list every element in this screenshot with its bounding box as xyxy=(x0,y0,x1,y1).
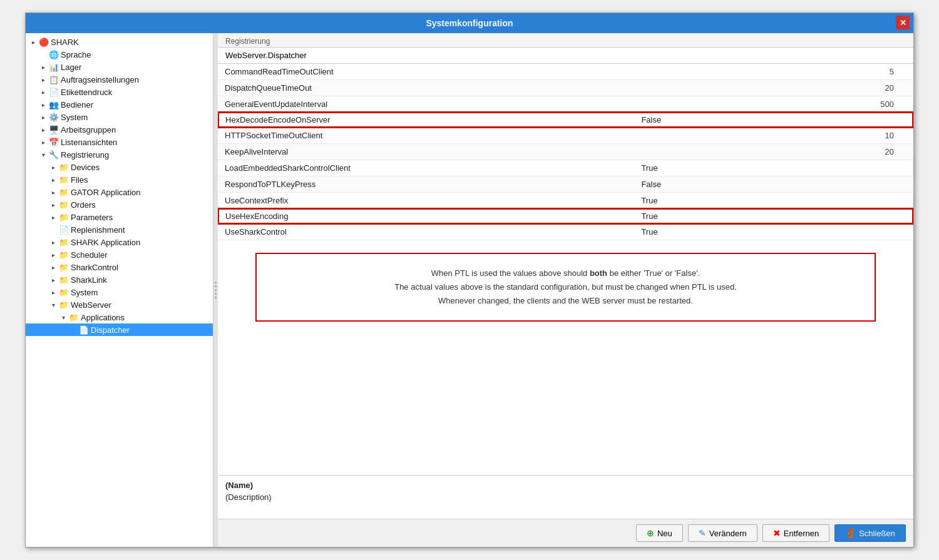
toggle-webserver[interactable]: ▾ xyxy=(48,300,58,310)
icon-etikettendruck: 📄 xyxy=(48,87,59,97)
label-scheduler: Scheduler xyxy=(71,250,213,260)
icon-sprache: 🌐 xyxy=(48,49,59,59)
info-line1: When PTL is used the values above should… xyxy=(275,267,856,280)
sidebar-item-devices[interactable]: ▸📁Devices xyxy=(26,161,213,173)
table-row[interactable]: LoadEmbeddedSharkControlClientTrue xyxy=(218,160,913,176)
toggle-registrierung[interactable]: ▾ xyxy=(38,150,48,160)
label-registrierung: Registrierung xyxy=(61,150,213,160)
toggle-parameters[interactable]: ▸ xyxy=(48,212,58,222)
table-row[interactable]: RespondToPTLKeyPressFalse xyxy=(218,176,913,193)
sidebar-item-auftragseinstellungen[interactable]: ▸📋Auftragseinstellungen xyxy=(26,73,213,86)
sidebar-item-lager[interactable]: ▸📊Lager xyxy=(26,61,213,73)
sidebar-item-etikettendruck[interactable]: ▸📄Etikettendruck xyxy=(26,86,213,98)
icon-auftragseinstellungen: 📋 xyxy=(48,74,59,84)
label-listenansichten: Listenansichten xyxy=(61,138,213,147)
edit-icon: ✎ xyxy=(699,528,706,538)
prop-numval-4: 10 xyxy=(762,127,913,144)
sidebar-item-shark-application[interactable]: ▸📁SHARK Application xyxy=(26,236,213,248)
toggle-devices[interactable]: ▸ xyxy=(48,162,58,172)
sidebar-item-webserver[interactable]: ▾📁WebServer xyxy=(26,298,213,311)
toggle-etikettendruck[interactable]: ▸ xyxy=(38,87,48,97)
main-window: Systemkonfiguration ✕ ▸🔴SHARK🌐Sprache▸📊L… xyxy=(25,13,914,547)
toggle-applications[interactable]: ▾ xyxy=(58,312,68,322)
sidebar-item-registrierung[interactable]: ▾🔧Registrierung xyxy=(26,148,213,161)
icon-listenansichten: 📅 xyxy=(48,137,59,147)
table-row[interactable]: CommandReadTimeOutClient5 xyxy=(218,64,913,80)
toggle-system2[interactable]: ▸ xyxy=(48,287,58,297)
prop-value-9: True xyxy=(635,209,761,223)
table-row[interactable]: UseHexEncodingTrue xyxy=(218,209,913,223)
toggle-shark-application[interactable]: ▸ xyxy=(48,237,58,247)
sidebar-item-sharklink[interactable]: ▸📁SharkLink xyxy=(26,273,213,286)
neu-button[interactable]: ⊕ Neu xyxy=(636,524,683,542)
toggle-sharklink[interactable]: ▸ xyxy=(48,275,58,285)
icon-applications: 📁 xyxy=(68,312,80,322)
schliessen-label: Schließen xyxy=(859,529,895,538)
label-gator-application: GATOR Application xyxy=(71,188,213,197)
label-shark-root: SHARK xyxy=(51,38,213,47)
toggle-shark-root[interactable]: ▸ xyxy=(28,37,38,47)
footer-buttons: ⊕ Neu ✎ Verändern ✖ Entfernen 🚪 Schließe… xyxy=(218,519,913,547)
toggle-listenansichten[interactable]: ▸ xyxy=(38,137,48,147)
table-row[interactable]: HexDecodeEncodeOnServerFalse xyxy=(218,113,913,127)
sidebar-item-arbeitsgruppen[interactable]: ▸🖥️Arbeitsgruppen xyxy=(26,123,213,136)
label-shark-application: SHARK Application xyxy=(71,238,213,247)
icon-shark-root: 🔴 xyxy=(38,37,49,47)
sidebar-item-parameters[interactable]: ▸📁Parameters xyxy=(26,211,213,223)
sidebar-item-orders[interactable]: ▸📁Orders xyxy=(26,198,213,211)
sidebar-item-gator-application[interactable]: ▸📁GATOR Application xyxy=(26,186,213,198)
icon-gator-application: 📁 xyxy=(58,187,69,197)
icon-system2: 📁 xyxy=(58,287,69,297)
schliessen-button[interactable]: 🚪 Schließen xyxy=(834,524,906,542)
resize-handle[interactable] xyxy=(213,33,218,547)
label-dispatcher: Dispatcher xyxy=(91,325,213,335)
toggle-bediener[interactable]: ▸ xyxy=(38,99,48,109)
table-row[interactable]: HTTPSocketTimeOutClient10 xyxy=(218,127,913,144)
toggle-files[interactable]: ▸ xyxy=(48,175,58,185)
table-row[interactable]: UseContextPrefixTrue xyxy=(218,193,913,210)
verandern-button[interactable]: ✎ Verändern xyxy=(688,524,757,542)
sidebar-item-replenishment[interactable]: 📄Replenishment xyxy=(26,223,213,236)
table-row[interactable]: KeepAliveInterval20 xyxy=(218,144,913,160)
prop-key-4: HTTPSocketTimeOutClient xyxy=(218,127,635,144)
icon-registrierung: 🔧 xyxy=(48,150,59,160)
toggle-arbeitsgruppen[interactable]: ▸ xyxy=(38,125,48,135)
toggle-lager[interactable]: ▸ xyxy=(38,62,48,72)
icon-webserver: 📁 xyxy=(58,300,69,310)
sidebar-item-scheduler[interactable]: ▸📁Scheduler xyxy=(26,248,213,261)
title-bar: Systemkonfiguration ✕ xyxy=(26,13,913,33)
close-button[interactable]: ✕ xyxy=(896,16,910,29)
prop-numval-2: 500 xyxy=(762,96,913,113)
toggle-scheduler[interactable]: ▸ xyxy=(48,250,58,260)
label-auftragseinstellungen: Auftragseinstellungen xyxy=(61,75,213,84)
sidebar-item-sprache[interactable]: 🌐Sprache xyxy=(26,48,213,61)
sidebar-item-bediener[interactable]: ▸👥Bediener xyxy=(26,98,213,111)
label-files: Files xyxy=(71,175,213,185)
toggle-orders[interactable]: ▸ xyxy=(48,200,58,210)
toggle-gator-application[interactable]: ▸ xyxy=(48,187,58,197)
prop-numval-9 xyxy=(762,209,913,223)
sidebar-item-dispatcher[interactable]: 📄Dispatcher xyxy=(26,323,213,336)
prop-value-3: False xyxy=(635,113,761,127)
sidebar-item-files[interactable]: ▸📁Files xyxy=(26,173,213,186)
toggle-sprache xyxy=(38,49,48,59)
prop-numval-6 xyxy=(762,160,913,176)
resize-dot-3 xyxy=(215,289,217,291)
toggle-auftragseinstellungen[interactable]: ▸ xyxy=(38,74,48,84)
info-bold: both xyxy=(590,268,607,278)
sidebar-item-applications[interactable]: ▾📁Applications xyxy=(26,311,213,323)
prop-numval-0: 5 xyxy=(762,64,913,80)
info-box: When PTL is used the values above should… xyxy=(255,253,876,322)
toggle-sharkcontrol[interactable]: ▸ xyxy=(48,262,58,272)
entfernen-button[interactable]: ✖ Entfernen xyxy=(762,524,829,542)
sidebar-item-system2[interactable]: ▸📁System xyxy=(26,286,213,298)
sidebar-item-shark-root[interactable]: ▸🔴SHARK xyxy=(26,36,213,48)
toggle-system[interactable]: ▸ xyxy=(38,112,48,122)
table-row[interactable]: GeneralEventUpdateInterval500 xyxy=(218,96,913,113)
sidebar-item-sharkcontrol[interactable]: ▸📁SharkControl xyxy=(26,261,213,273)
sidebar-item-system[interactable]: ▸⚙️System xyxy=(26,111,213,123)
sidebar-item-listenansichten[interactable]: ▸📅Listenansichten xyxy=(26,136,213,148)
table-row[interactable]: DispatchQueueTimeOut20 xyxy=(218,80,913,96)
table-row[interactable]: UseSharkControlTrue xyxy=(218,223,913,240)
icon-sharkcontrol: 📁 xyxy=(58,262,69,272)
